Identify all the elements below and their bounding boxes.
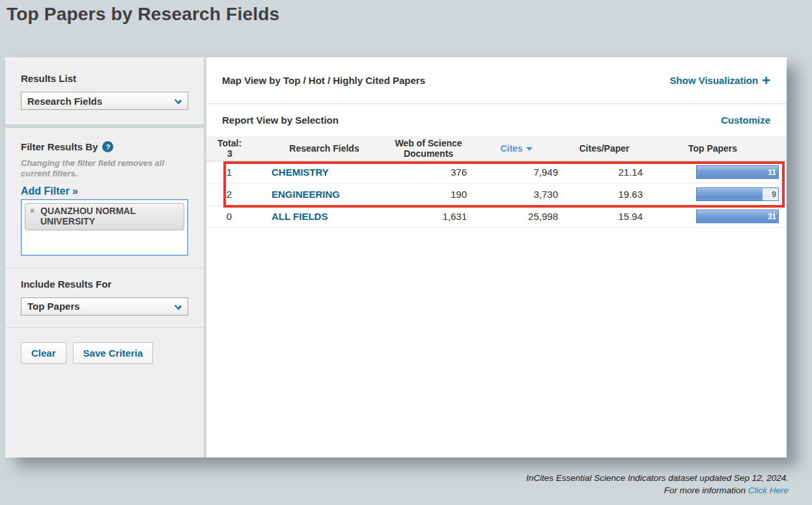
clear-button[interactable]: Clear <box>21 342 66 364</box>
column-header-wos-documents[interactable]: Web of Science Documents <box>386 138 471 159</box>
chevron-down-icon <box>175 97 182 104</box>
column-header-cites[interactable]: Cites <box>471 143 562 154</box>
footer-dataset-line: InCites Essential Science Indicators dat… <box>526 472 789 485</box>
sidebar-divider <box>5 327 204 328</box>
cites-value: 25,998 <box>471 211 562 222</box>
click-here-link[interactable]: Click Here <box>748 485 789 495</box>
sidebar: Results List Research Fields Filter Resu… <box>5 57 204 457</box>
table-row: 2ENGINEERING1903,73019.639 <box>206 184 787 206</box>
map-view-title: Map View by Top / Hot / Highly Cited Pap… <box>222 75 425 86</box>
column-header-top-papers[interactable]: Top Papers <box>647 143 779 154</box>
table-row: 1CHEMISTRY3767,94921.1411 <box>206 161 787 184</box>
filter-tag-label: QUANZHOU NORMAL UNIVERSITY <box>40 206 135 227</box>
results-list-selected: Research Fields <box>27 96 102 107</box>
filter-note: Changing the filter field removes all cu… <box>21 158 188 180</box>
include-results-section: Include Results For Top Papers <box>21 279 188 316</box>
filter-tag: × QUANZHOU NORMAL UNIVERSITY <box>25 203 184 231</box>
plus-icon: + <box>762 74 770 88</box>
save-criteria-button[interactable]: Save Criteria <box>73 342 154 364</box>
total-count: 3 <box>217 148 242 159</box>
row-rank: 1 <box>217 167 242 178</box>
main-panel: Map View by Top / Hot / Highly Cited Pap… <box>206 57 787 457</box>
results-list-label: Results List <box>21 73 188 84</box>
table-header: Total: 3 Research Fields Web of Science … <box>206 136 787 161</box>
map-view-bar: Map View by Top / Hot / Highly Cited Pap… <box>206 57 787 104</box>
top-papers-bar[interactable]: 9 <box>696 187 779 201</box>
research-field-link[interactable]: CHEMISTRY <box>272 167 329 178</box>
page-title: Top Papers by Research Fields <box>7 4 279 25</box>
research-field-link[interactable]: ALL FIELDS <box>272 211 328 222</box>
total-header: Total: 3 <box>217 138 262 159</box>
footer: InCites Essential Science Indicators dat… <box>526 472 789 497</box>
filter-results-heading: Filter Results By ? <box>21 141 188 152</box>
top-papers-value: 11 <box>768 168 776 177</box>
filter-tags-box: × QUANZHOU NORMAL UNIVERSITY <box>21 199 188 256</box>
top-papers-value: 31 <box>768 212 776 221</box>
include-results-dropdown[interactable]: Top Papers <box>21 297 188 316</box>
add-filter-link[interactable]: Add Filter » <box>21 185 78 197</box>
sidebar-buttons: Clear Save Criteria <box>21 342 188 364</box>
report-view-bar: Report View by Selection Customize <box>206 104 787 136</box>
include-results-selected: Top Papers <box>27 301 80 312</box>
bar-fill <box>697 210 778 223</box>
wos-documents-value: 190 <box>386 189 471 200</box>
filter-section: Filter Results By ? Changing the filter … <box>5 128 204 457</box>
sidebar-divider <box>5 267 204 268</box>
content-area: Results List Research Fields Filter Resu… <box>5 57 787 457</box>
cites-value: 3,730 <box>471 189 562 200</box>
report-view-title: Report View by Selection <box>222 115 339 126</box>
research-field-link[interactable]: ENGINEERING <box>272 189 340 200</box>
table-body: 1CHEMISTRY3767,94921.14112ENGINEERING190… <box>206 161 787 228</box>
chevron-down-icon <box>175 302 182 309</box>
table-row: 0ALL FIELDS1,63125,99815.9431 <box>206 206 787 228</box>
results-list-section: Results List Research Fields <box>5 57 204 124</box>
bar-fill <box>697 166 778 178</box>
top-papers-bar[interactable]: 31 <box>696 210 779 223</box>
footer-info-line: For more information Click Here <box>526 485 789 497</box>
cites-per-paper-value: 21.14 <box>562 167 647 178</box>
customize-link[interactable]: Customize <box>721 115 770 126</box>
sort-descending-icon <box>526 147 533 151</box>
remove-filter-icon[interactable]: × <box>30 206 35 215</box>
show-visualization-link[interactable]: Show Visualization + <box>670 74 770 88</box>
wos-documents-value: 1,631 <box>386 211 471 222</box>
bar-fill <box>697 188 763 200</box>
column-header-cites-per-paper[interactable]: Cites/Paper <box>562 143 647 154</box>
row-rank: 2 <box>217 189 242 200</box>
results-list-dropdown[interactable]: Research Fields <box>21 92 188 110</box>
include-results-label: Include Results For <box>21 279 188 290</box>
top-papers-value: 9 <box>772 190 776 199</box>
help-icon[interactable]: ? <box>102 141 113 152</box>
row-rank: 0 <box>217 211 242 222</box>
cites-per-paper-value: 19.63 <box>562 189 647 200</box>
top-papers-bar[interactable]: 11 <box>696 165 779 179</box>
column-header-research-fields[interactable]: Research Fields <box>262 143 386 154</box>
cites-per-paper-value: 15.94 <box>562 211 647 222</box>
wos-documents-value: 376 <box>386 167 471 178</box>
cites-value: 7,949 <box>471 167 562 178</box>
